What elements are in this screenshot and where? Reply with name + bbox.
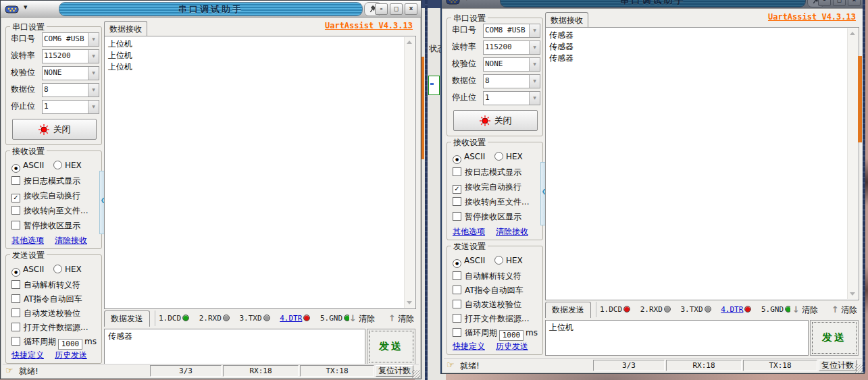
auto-checksum-checkbox[interactable]: 自动发送校验位 — [453, 299, 521, 310]
chevron-down-icon[interactable]: ▼ — [88, 84, 99, 97]
quick-define-link[interactable]: 快捷定义 — [453, 341, 485, 352]
chevron-down-icon[interactable]: ▼ — [529, 41, 540, 54]
recv-ascii-radio[interactable]: ●ASCII — [11, 161, 44, 171]
send-input-area[interactable]: 上位机 — [545, 320, 809, 356]
auto-escape-checkbox[interactable]: 自动解析转义符 — [453, 271, 521, 281]
other-options-link[interactable]: 其他选项 — [11, 235, 44, 246]
rx-count-panel: RX:18 — [666, 360, 742, 371]
titlebar[interactable]: ▼ 串口调试助手 - □ × — [1, 1, 421, 18]
maximize-button[interactable]: □ — [833, 0, 846, 6]
recv-to-file-checkbox[interactable]: 接收转向至文件... — [453, 196, 529, 207]
receive-scrollbar[interactable] — [847, 28, 858, 299]
chevron-down-icon[interactable]: ▼ — [529, 24, 540, 37]
tab-data-send[interactable]: 数据发送 — [104, 310, 150, 327]
pin-dtr[interactable]: 4.DTR — [721, 305, 751, 314]
close-port-button[interactable]: 关闭 — [12, 119, 97, 140]
minimize-button[interactable]: - — [375, 3, 388, 15]
auto-checksum-checkbox[interactable]: 自动发送校验位 — [11, 308, 80, 319]
pause-display-checkbox[interactable]: 暂停接收区显示 — [11, 220, 80, 231]
recv-hex-radio[interactable]: HEX — [53, 161, 82, 171]
chevron-down-icon[interactable]: ▼ — [88, 101, 99, 113]
pin-dtr[interactable]: 4.DTR — [280, 314, 310, 323]
receive-area[interactable]: 传感器 传感器 传感器 — [545, 27, 859, 300]
chevron-down-icon[interactable]: ▼ — [529, 75, 540, 88]
version-link[interactable]: UartAssist V4.3.13 — [325, 21, 413, 30]
close-port-button[interactable]: 关闭 — [453, 110, 538, 131]
tab-data-receive[interactable]: 数据接收 — [545, 12, 588, 28]
other-options-link[interactable]: 其他选项 — [453, 226, 485, 238]
send-ascii-radio[interactable]: ●ASCII — [11, 265, 44, 275]
receive-area[interactable]: 上位机 上位机 上位机 — [104, 36, 416, 309]
baud-rate-select[interactable]: 115200▼ — [42, 49, 99, 63]
clear-send-button[interactable]: ↓清除 — [349, 310, 375, 326]
pause-display-checkbox[interactable]: 暂停接收区显示 — [453, 211, 521, 222]
file-source-checkbox[interactable]: 打开文件数据源... — [453, 313, 529, 324]
tab-data-send[interactable]: 数据发送 — [545, 302, 591, 318]
window-buttons: - □ × — [818, 0, 861, 6]
menu-caret-icon[interactable]: ▼ — [24, 5, 27, 10]
reset-count-button[interactable]: 复位计数 — [819, 360, 857, 371]
send-input-area[interactable]: 传感器 — [104, 329, 365, 364]
parity-select[interactable]: NONE▼ — [42, 66, 99, 80]
at-auto-enter-checkbox[interactable]: AT指令自动回车 — [11, 294, 82, 304]
menu-caret-icon[interactable]: ▼ — [465, 0, 468, 1]
scroll-down-icon[interactable] — [850, 292, 855, 296]
recv-to-file-checkbox[interactable]: 接收转向至文件... — [11, 205, 88, 216]
com-port-label: 串口号 — [452, 25, 476, 34]
com-port-select[interactable]: COM6 #USB▼ — [42, 32, 99, 47]
chevron-down-icon[interactable]: ▼ — [88, 33, 99, 46]
baud-rate-select[interactable]: 115200▼ — [483, 40, 540, 55]
loop-period-checkbox[interactable]: 循环周期1000ms — [11, 336, 97, 347]
data-bits-select[interactable]: 8▼ — [42, 83, 99, 97]
scroll-up-icon[interactable] — [407, 40, 412, 44]
titlebar[interactable]: ▼ 串口调试助手 - □ × — [442, 0, 864, 9]
clear-receive-button[interactable]: ↑清除 — [832, 302, 857, 317]
reset-count-button[interactable]: 复位计数 — [376, 365, 413, 377]
auto-newline-checkbox[interactable]: ✓接收完自动换行 — [453, 182, 521, 192]
receive-scrollbar[interactable] — [404, 37, 415, 308]
recv-ascii-radio[interactable]: ●ASCII — [453, 152, 485, 163]
data-bits-select[interactable]: 8▼ — [483, 74, 540, 88]
resize-grip[interactable] — [412, 370, 420, 378]
close-window-button[interactable]: × — [405, 3, 417, 15]
clear-send-button[interactable]: ↓清除 — [792, 302, 818, 317]
com-port-select[interactable]: COM8 #USB▼ — [483, 24, 540, 38]
send-ascii-radio[interactable]: ●ASCII — [453, 256, 485, 267]
close-window-button[interactable]: × — [848, 0, 861, 6]
scroll-down-icon[interactable] — [407, 301, 412, 304]
clear-receive-link[interactable]: 清除接收 — [55, 235, 87, 246]
chevron-down-icon[interactable]: ▼ — [529, 92, 540, 105]
quick-define-link[interactable]: 快捷定义 — [11, 350, 44, 361]
loop-period-input[interactable]: 1000 — [499, 330, 524, 341]
version-link[interactable]: UartAssist V4.3.13 — [768, 12, 856, 22]
auto-newline-checkbox[interactable]: ✓接收完自动换行 — [11, 190, 80, 201]
clear-receive-button[interactable]: ↑清除 — [388, 310, 414, 326]
tab-data-receive[interactable]: 数据接收 — [104, 21, 147, 36]
log-mode-checkbox[interactable]: 按日志模式显示 — [11, 175, 80, 186]
chevron-down-icon[interactable]: ▼ — [88, 50, 99, 63]
stop-bits-select[interactable]: 1▼ — [483, 91, 540, 105]
recv-hex-radio[interactable]: HEX — [494, 152, 523, 163]
send-hex-radio[interactable]: HEX — [53, 265, 82, 275]
send-button[interactable]: 发送 — [810, 320, 859, 356]
send-hex-radio[interactable]: HEX — [494, 256, 523, 267]
chevron-down-icon[interactable]: ▼ — [88, 67, 99, 80]
send-button[interactable]: 发送 — [367, 329, 415, 364]
app-icon[interactable] — [5, 4, 20, 13]
maximize-button[interactable]: □ — [390, 3, 403, 15]
auto-escape-checkbox[interactable]: 自动解析转义符 — [11, 279, 80, 290]
minimize-button[interactable]: - — [818, 0, 831, 6]
file-source-checkbox[interactable]: 打开文件数据源... — [11, 322, 88, 333]
app-icon[interactable] — [446, 0, 461, 5]
scroll-up-icon[interactable] — [850, 32, 855, 35]
parity-select[interactable]: NONE▼ — [483, 57, 540, 72]
stop-bits-select[interactable]: 1▼ — [42, 100, 99, 114]
chevron-down-icon[interactable]: ▼ — [529, 58, 540, 71]
clear-receive-link[interactable]: 清除接收 — [496, 226, 528, 238]
at-auto-enter-checkbox[interactable]: AT指令自动回车 — [453, 285, 524, 296]
history-send-link[interactable]: 历史发送 — [55, 350, 87, 361]
loop-period-input[interactable]: 1000 — [58, 339, 82, 350]
history-send-link[interactable]: 历史发送 — [496, 341, 528, 352]
log-mode-checkbox[interactable]: 按日志模式显示 — [453, 167, 521, 178]
loop-period-checkbox[interactable]: 循环周期1000ms — [453, 327, 538, 338]
